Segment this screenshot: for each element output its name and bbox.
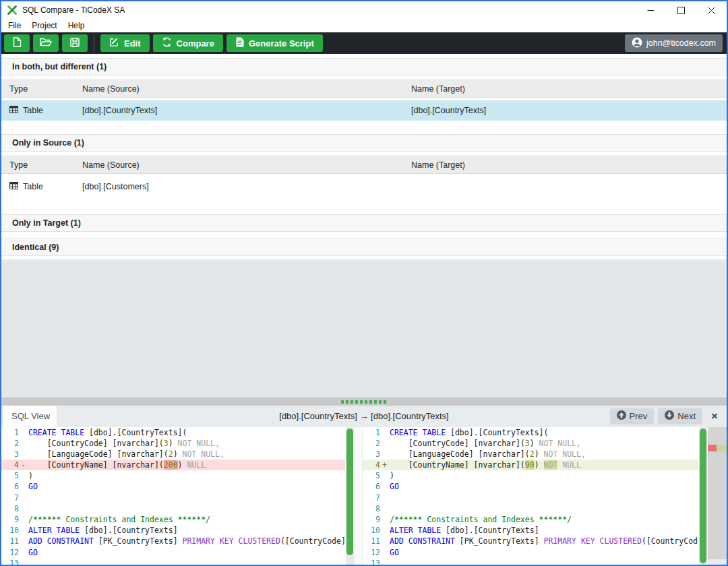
code-line: 1CREATE TABLE [dbo].[CountryTexts]( xyxy=(1,427,345,438)
diff-marker xyxy=(19,427,28,438)
diff-row[interactable]: Table[dbo].[Customers] xyxy=(1,177,727,197)
section-header-in-both-but-different[interactable]: In both, but different (1) xyxy=(1,58,727,75)
target-scrollbar[interactable] xyxy=(699,427,707,565)
column-header-name-source: Name (Source) xyxy=(74,160,411,170)
edit-button[interactable]: Edit xyxy=(100,34,150,52)
generate-script-button[interactable]: Generate Script xyxy=(226,34,323,52)
toolbar-separator xyxy=(94,35,94,51)
toolbar: Edit Compare Generate Script john@ticode… xyxy=(1,32,727,54)
target-code-pane[interactable]: 1CREATE TABLE [dbo].[CountryTexts](2 [Co… xyxy=(363,427,727,565)
diff-marker xyxy=(19,525,28,536)
diff-marker xyxy=(19,514,28,525)
code-line: 5) xyxy=(363,470,698,481)
line-text: [LanguageCode] [nvarchar](2) NOT NULL, xyxy=(389,449,698,460)
column-header-name-source: Name (Source) xyxy=(74,84,411,94)
row-type-cell: Table xyxy=(1,106,74,115)
menu-file[interactable]: File xyxy=(3,21,26,30)
menu-project[interactable]: Project xyxy=(26,21,62,30)
line-number: 9 xyxy=(1,514,19,525)
diff-overview-strip[interactable] xyxy=(708,427,727,565)
diff-marker xyxy=(19,481,28,492)
code-line: 5) xyxy=(1,470,345,481)
source-code-pane[interactable]: 1CREATE TABLE [dbo].[CountryTexts](2 [Co… xyxy=(1,427,355,565)
code-line: 13 xyxy=(1,558,345,565)
diff-nav-controls: Prev Next × xyxy=(610,408,727,425)
line-text: GO xyxy=(389,547,698,558)
line-text xyxy=(389,503,698,514)
arrow-up-circle-icon xyxy=(617,410,626,422)
code-line: 12GO xyxy=(1,547,345,558)
minimize-button[interactable] xyxy=(636,1,666,19)
new-project-button[interactable] xyxy=(4,34,30,52)
diff-overview-removed-marker xyxy=(708,445,717,451)
diff-marker xyxy=(19,438,28,449)
diff-marker xyxy=(380,503,389,514)
close-sql-view-icon[interactable]: × xyxy=(706,410,723,423)
line-number: 9 xyxy=(363,514,380,525)
save-project-button[interactable] xyxy=(62,34,88,52)
compare-button[interactable]: Compare xyxy=(153,34,223,52)
code-line: 12GO xyxy=(363,547,698,558)
tab-sql-view-label: SQL View xyxy=(11,411,50,421)
user-email-label: john@ticodex.com xyxy=(646,38,716,48)
column-header-row: TypeName (Source)Name (Target) xyxy=(1,156,727,174)
line-number: 8 xyxy=(1,503,19,514)
diff-marker xyxy=(380,438,389,449)
line-text: ADD CONSTRAINT [PK_CountryTexts] PRIMARY… xyxy=(389,536,698,546)
section-title: Identical (9) xyxy=(12,243,59,252)
column-header-name-target: Name (Target) xyxy=(411,160,727,170)
section-title: Only in Target (1) xyxy=(12,218,81,228)
splitter-grip-icon[interactable] xyxy=(341,400,387,404)
line-text: ALTER TABLE [dbo].[CountryTexts] xyxy=(389,525,698,536)
user-account-button[interactable]: john@ticodex.com xyxy=(625,34,723,52)
code-line: 7 xyxy=(363,493,698,503)
code-line: 1CREATE TABLE [dbo].[CountryTexts]( xyxy=(363,427,698,438)
line-number: 4 xyxy=(363,460,380,470)
line-number: 3 xyxy=(1,449,19,460)
compare-icon xyxy=(162,37,172,49)
target-scrollbar-thumb[interactable] xyxy=(700,429,706,563)
open-project-button[interactable] xyxy=(33,34,59,52)
section-header-only-in-target[interactable]: Only in Target (1) xyxy=(1,214,727,232)
edit-button-label: Edit xyxy=(124,38,141,49)
section-header-identical[interactable]: Identical (9) xyxy=(1,239,727,256)
menu-help[interactable]: Help xyxy=(63,21,90,30)
close-button[interactable] xyxy=(696,1,727,19)
line-text: /****** Constraints and Indexes ******/ xyxy=(389,514,698,525)
code-line: 9/****** Constraints and Indexes ******/ xyxy=(1,514,345,525)
line-text: /****** Constraints and Indexes ******/ xyxy=(28,514,345,525)
generate-script-button-label: Generate Script xyxy=(249,38,314,49)
tab-sql-view[interactable]: SQL View xyxy=(3,406,57,427)
source-scrollbar-thumb[interactable] xyxy=(346,429,353,555)
code-line: 13 xyxy=(363,558,698,565)
prev-difference-button[interactable]: Prev xyxy=(610,408,655,425)
line-number: 10 xyxy=(1,525,19,536)
line-text: CREATE TABLE [dbo].[CountryTexts]( xyxy=(28,427,345,438)
window-controls xyxy=(636,1,727,19)
open-folder-icon xyxy=(40,38,52,49)
next-difference-button[interactable]: Next xyxy=(658,408,702,425)
diff-marker xyxy=(380,493,389,503)
diff-marker xyxy=(380,525,389,536)
diff-marker xyxy=(19,503,28,514)
line-text: GO xyxy=(28,481,345,492)
code-line: 9/****** Constraints and Indexes ******/ xyxy=(363,514,698,525)
diff-marker: - xyxy=(19,460,28,470)
diff-marker xyxy=(19,449,28,460)
diff-row[interactable]: Table[dbo].[CountryTexts][dbo].[CountryT… xyxy=(1,100,727,121)
section-header-only-in-source[interactable]: Only in Source (1) xyxy=(1,134,727,152)
line-number: 3 xyxy=(363,449,380,460)
target-code-lines: 1CREATE TABLE [dbo].[CountryTexts](2 [Co… xyxy=(363,427,698,565)
generate-script-icon xyxy=(235,37,244,49)
code-line: 3 [LanguageCode] [nvarchar](2) NOT NULL, xyxy=(1,449,345,460)
line-text: [CountryName] [nvarchar](200) NULL xyxy=(28,460,345,470)
code-line: 8 xyxy=(1,503,345,514)
source-scrollbar[interactable] xyxy=(346,427,354,565)
line-number: 7 xyxy=(363,493,380,503)
line-text: ) xyxy=(389,470,698,481)
splitter-bar[interactable] xyxy=(1,398,727,406)
line-text: GO xyxy=(389,481,698,492)
line-text xyxy=(389,493,698,503)
line-text: [CountryCode] [nvarchar](3) NOT NULL, xyxy=(28,438,345,449)
maximize-button[interactable] xyxy=(666,1,696,19)
